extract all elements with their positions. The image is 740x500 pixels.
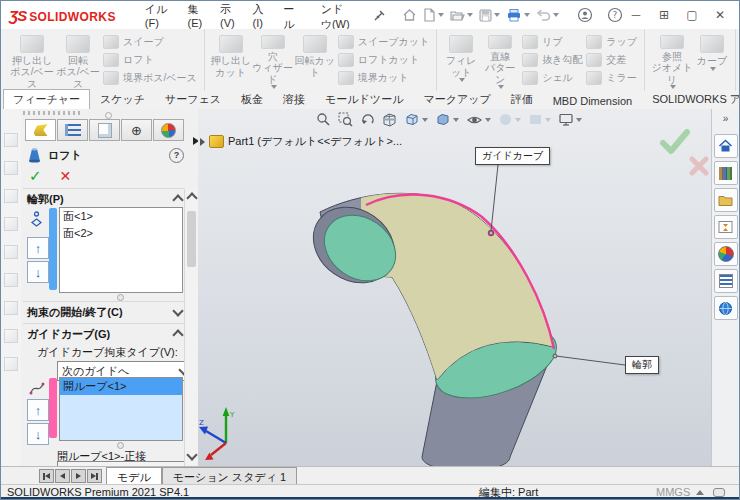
revolve-cut-button[interactable]: 回転カット (294, 31, 336, 89)
listbox-resize-grip[interactable] (117, 442, 124, 449)
tab-mold-tools[interactable]: モールドツール (315, 89, 413, 109)
tab-surfaces[interactable]: サーフェス (155, 89, 231, 109)
view-palette-button[interactable] (714, 215, 738, 239)
extrude-cut-button[interactable]: 押し出し カット (210, 31, 252, 89)
listbox-resize-grip[interactable] (117, 294, 124, 301)
guides-listbox[interactable]: 開ループ<1> (59, 377, 183, 441)
hole-wizard-button[interactable]: 穴 ウィザード (252, 31, 294, 89)
tab-mbd-dimension[interactable]: MBD Dimension (543, 92, 642, 109)
guide-move-up-button[interactable]: ↑ (27, 399, 49, 421)
model-tab[interactable]: モデル (106, 467, 162, 485)
extrude-boss-button[interactable]: 押し出し ボス/ベース (9, 31, 55, 89)
account-icon[interactable] (575, 5, 595, 25)
first-study-icon[interactable] (39, 469, 54, 483)
loft-cut-label: ロフトカット (358, 53, 419, 67)
curve-button[interactable]: カーブ (694, 31, 730, 89)
loft-cut-button[interactable]: ロフトカット (338, 52, 429, 69)
open-document-button[interactable] (448, 7, 475, 24)
guide-curve-callout[interactable]: ガイドカーブ (475, 147, 550, 165)
help-icon[interactable]: ? (605, 5, 625, 25)
motion-study-tab[interactable]: モーション スタディ 1 (162, 467, 297, 485)
curve-dropdown[interactable] (710, 67, 716, 71)
restore-button[interactable]: ▢ (681, 6, 703, 24)
linear-pattern-button[interactable]: 直線 パターン (480, 31, 520, 89)
profile-move-down-button[interactable]: ↓ (27, 261, 49, 283)
status-tag-icon[interactable] (713, 488, 725, 497)
constraints-section-header[interactable]: 拘束の開始/終了(C) (27, 305, 182, 320)
tab-evaluate[interactable]: 評価 (501, 89, 543, 109)
3d-content-central-button[interactable] (714, 296, 738, 320)
undo-button[interactable] (534, 7, 561, 24)
cut-group: 押し出し カット 穴 ウィザード 回転カット スイープカット ロフトカット 境界… (205, 29, 437, 91)
profile-item[interactable]: 面<1> (60, 208, 182, 225)
tab-markup[interactable]: マークアップ (413, 89, 500, 109)
profiles-listbox[interactable]: 面<1> 面<2> (59, 207, 183, 293)
next-study-icon[interactable] (71, 469, 86, 483)
ok-check-icon[interactable]: ✓ (29, 167, 42, 185)
scrollbar-thumb[interactable] (187, 211, 196, 267)
tab-sketch[interactable]: スケッチ (90, 89, 155, 109)
maximize-button[interactable]: ⊞ (653, 6, 675, 24)
confirm-ok-icon[interactable] (660, 129, 690, 157)
tab-feature-tree[interactable] (57, 119, 88, 141)
rib-button[interactable]: リブ (522, 34, 582, 51)
profiles-section-header[interactable]: 輪郭(P) (27, 192, 182, 207)
scroll-down-icon[interactable] (186, 449, 197, 460)
sweep-button[interactable]: スイープ (103, 34, 197, 51)
profile-item[interactable]: 面<2> (60, 225, 182, 242)
home-button[interactable] (400, 6, 419, 24)
graphics-area[interactable]: Part1 (デフォルト<<デフォルト>... (198, 109, 712, 467)
revolve-boss-button[interactable]: 回転 ボス/ベース (55, 31, 101, 89)
last-study-icon[interactable] (87, 469, 102, 483)
sweep-cut-button[interactable]: スイープカット (338, 34, 429, 51)
close-button[interactable]: ✕ (709, 6, 731, 24)
reference-geometry-button[interactable]: 参照 ジオメトリ (650, 31, 694, 89)
prev-study-icon[interactable] (55, 469, 70, 483)
curve-label: カーブ (697, 55, 727, 67)
help-circle-icon[interactable]: ? (169, 148, 184, 163)
wrap-button[interactable]: ラップ (586, 34, 637, 51)
pin-menubar-icon[interactable] (371, 7, 388, 24)
tab-features[interactable]: フィーチャー (3, 89, 90, 109)
new-document-button[interactable] (421, 6, 446, 24)
shell-button[interactable]: シェル (522, 69, 582, 86)
boundary-cut-button[interactable]: 境界カット (338, 69, 429, 86)
guides-section-header[interactable]: ガイドカーブ(G) (27, 327, 182, 342)
tab-weldments[interactable]: 溶接 (273, 89, 315, 109)
fillet-button[interactable]: フィレット (442, 31, 480, 89)
guide-move-down-button[interactable]: ↓ (27, 423, 49, 445)
tab-solidworks-addins[interactable]: SOLIDWORKS アドイン (642, 89, 740, 109)
appearances-scenes-button[interactable] (714, 242, 738, 266)
guide-item-selected[interactable]: 開ループ<1> (60, 378, 182, 395)
tab-sheet-metal[interactable]: 板金 (231, 89, 273, 109)
task-pane-collapse-icon[interactable]: » (723, 113, 729, 124)
file-explorer-button[interactable] (714, 188, 738, 212)
status-expand-icon[interactable] (696, 490, 704, 495)
panel-scrollbar[interactable] (184, 189, 198, 467)
intersect-button[interactable]: 交差 (586, 52, 637, 69)
design-library-button[interactable] (714, 161, 738, 185)
tab-dimxpert[interactable]: ⊕ (121, 119, 152, 141)
tab-appearances[interactable] (153, 119, 184, 141)
custom-properties-button[interactable] (714, 269, 738, 293)
draft-button[interactable]: 抜き勾配 (522, 52, 582, 69)
profile-callout[interactable]: 輪郭 (625, 356, 659, 374)
print-button[interactable] (504, 6, 532, 24)
minimize-button[interactable]: ─ (625, 6, 647, 24)
model-viewport[interactable]: Y Z (198, 109, 712, 467)
reference-geometry-label: 参照 ジオメトリ (650, 51, 694, 86)
scroll-up-icon[interactable] (186, 192, 197, 203)
panel-resize-grip[interactable] (105, 112, 112, 119)
profile-move-up-button[interactable]: ↑ (27, 237, 49, 259)
mirror-button[interactable]: ミラー (586, 69, 637, 86)
boundary-boss-button[interactable]: 境界ボス/ベース (103, 69, 197, 86)
home-tab-button[interactable] (714, 134, 738, 158)
tab-property-manager[interactable] (25, 119, 56, 141)
tab-configurations[interactable] (89, 119, 120, 141)
loft-button[interactable]: ロフト (103, 52, 197, 69)
confirm-cancel-icon[interactable] (688, 155, 710, 179)
panel-drag-handle[interactable] (23, 111, 83, 115)
cancel-x-icon[interactable]: ✕ (60, 168, 72, 184)
fillet-dropdown[interactable] (459, 78, 465, 82)
save-button[interactable] (477, 7, 502, 24)
